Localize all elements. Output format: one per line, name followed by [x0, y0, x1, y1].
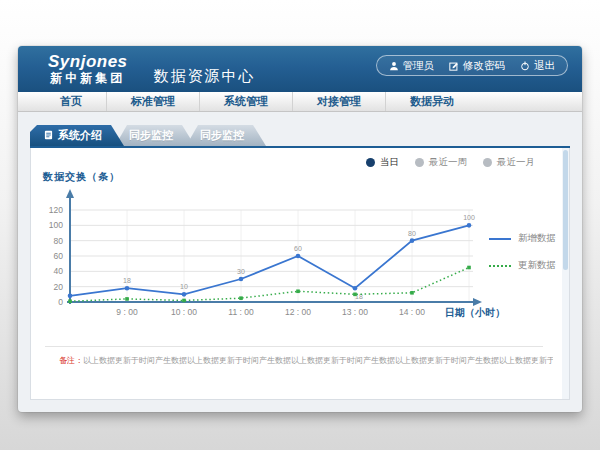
tab-label: 系统介绍 [58, 128, 102, 143]
user-menu: 管理员修改密码退出 [376, 55, 569, 76]
doc-icon [44, 130, 53, 142]
user-menu-label: 管理员 [403, 59, 435, 73]
svg-text:80: 80 [54, 236, 64, 246]
nav-item-2[interactable]: 系统管理 [200, 92, 293, 111]
panel-scrollbar[interactable] [562, 148, 569, 399]
tab-0[interactable]: 系统介绍 [30, 125, 124, 146]
range-option-label: 当日 [380, 156, 399, 169]
user-menu-item-2[interactable]: 退出 [520, 59, 555, 73]
tab-label: 同步监控 [129, 128, 173, 143]
main-nav: 首页标准管理系统管理对接管理数据异动 [18, 92, 582, 112]
scrollbar-thumb[interactable] [563, 150, 568, 270]
user-menu-item-0[interactable]: 管理员 [389, 59, 435, 73]
logo-company-name: 新中新集团 [48, 72, 128, 86]
nav-item-4[interactable]: 数据异动 [386, 92, 478, 111]
legend-line-icon [489, 265, 511, 267]
user-icon [389, 61, 399, 71]
radio-dot-icon [415, 158, 424, 167]
svg-text:100: 100 [463, 214, 475, 221]
chart-legend: 新增数据更新数据 [489, 232, 556, 272]
legend-line-icon [489, 238, 511, 240]
app-header: Synjones 新中新集团 数据资源中心 管理员修改密码退出 [18, 46, 582, 92]
svg-text:14 : 00: 14 : 00 [399, 307, 425, 317]
note-text: 以上数据更新于时间产生数据以上数据更新于时间产生数据以上数据更新于时间产生数据以… [83, 356, 553, 365]
edit-icon [449, 61, 459, 71]
legend-item-1: 更新数据 [489, 259, 556, 272]
svg-text:9 : 00: 9 : 00 [116, 307, 138, 317]
x-axis-title: 日期（小时） [445, 306, 505, 320]
app-title: 数据资源中心 [154, 53, 256, 86]
logo-wordmark: Synjones [48, 52, 128, 72]
range-option-2[interactable]: 最近一月 [483, 156, 535, 169]
svg-text:100: 100 [49, 220, 63, 230]
footer-note: 备注：以上数据更新于时间产生数据以上数据更新于时间产生数据以上数据更新于时间产生… [59, 355, 553, 366]
svg-text:10 : 00: 10 : 00 [171, 307, 197, 317]
svg-text:18: 18 [123, 277, 131, 284]
svg-text:13 : 00: 13 : 00 [342, 307, 368, 317]
content-area: 系统介绍同步监控同步监控 当日最近一周最近一月 数据交换（条） 02040608… [18, 112, 582, 411]
legend-item-0: 新增数据 [489, 232, 556, 245]
time-range-options: 当日最近一周最近一月 [366, 156, 535, 169]
legend-label: 新增数据 [518, 232, 556, 245]
range-option-1[interactable]: 最近一周 [415, 156, 467, 169]
user-menu-item-1[interactable]: 修改密码 [449, 59, 505, 73]
logo: Synjones 新中新集团 [48, 52, 128, 85]
range-option-0[interactable]: 当日 [366, 156, 399, 169]
chart-panel: 当日最近一周最近一月 数据交换（条） 0204060801001209 : 00… [30, 148, 570, 400]
nav-item-1[interactable]: 标准管理 [107, 92, 200, 111]
y-axis-title: 数据交换（条） [43, 170, 120, 184]
svg-text:120: 120 [49, 205, 63, 215]
legend-label: 更新数据 [518, 259, 556, 272]
svg-text:60: 60 [54, 251, 64, 261]
tab-2[interactable]: 同步监控 [186, 125, 266, 146]
range-option-label: 最近一周 [429, 156, 467, 169]
desktop-background: Synjones 新中新集团 数据资源中心 管理员修改密码退出 首页标准管理系统… [0, 0, 600, 450]
tab-label: 同步监控 [200, 128, 244, 143]
svg-text:12 : 00: 12 : 00 [285, 307, 311, 317]
tab-bar: 系统介绍同步监控同步监控 [30, 125, 570, 148]
line-chart: 0204060801001209 : 0010 : 0011 : 0012 : … [31, 184, 511, 324]
logout-icon [520, 61, 530, 71]
tab-1[interactable]: 同步监控 [115, 125, 195, 146]
nav-item-3[interactable]: 对接管理 [293, 92, 386, 111]
svg-text:11 : 00: 11 : 00 [228, 307, 254, 317]
user-menu-label: 修改密码 [463, 59, 505, 73]
svg-text:80: 80 [408, 230, 416, 237]
note-divider [45, 346, 543, 347]
user-menu-label: 退出 [534, 59, 555, 73]
svg-text:0: 0 [58, 297, 63, 307]
radio-dot-icon [483, 158, 492, 167]
svg-text:40: 40 [54, 266, 64, 276]
svg-text:10: 10 [180, 283, 188, 290]
nav-item-0[interactable]: 首页 [36, 92, 107, 111]
svg-text:30: 30 [237, 268, 245, 275]
svg-text:20: 20 [54, 282, 64, 292]
app-window: Synjones 新中新集团 数据资源中心 管理员修改密码退出 首页标准管理系统… [18, 46, 582, 412]
svg-text:60: 60 [294, 245, 302, 252]
range-option-label: 最近一月 [497, 156, 535, 169]
note-label: 备注： [59, 356, 83, 365]
radio-dot-icon [366, 158, 375, 167]
